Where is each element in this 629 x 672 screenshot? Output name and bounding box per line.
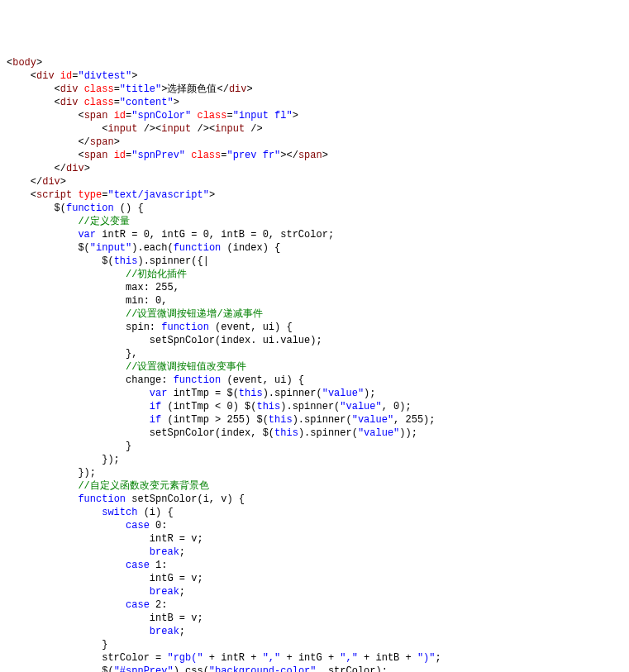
code-token: > (114, 136, 120, 148)
code-token: </ (55, 163, 66, 174)
code-token: ; (179, 586, 185, 598)
code-token: > (280, 150, 286, 161)
code-token: intB = v; (150, 612, 203, 624)
code-token: script (36, 189, 72, 201)
code-token: div (60, 97, 79, 108)
code-token: case (126, 560, 150, 571)
code-token: (index) { (221, 242, 280, 254)
code-token (7, 480, 78, 492)
code-token: change: (126, 374, 174, 386)
code-token: case (126, 599, 150, 611)
code-token: < (55, 83, 60, 95)
code-token: < (31, 70, 36, 82)
code-token: class (197, 110, 226, 122)
code-line: break; (7, 585, 622, 598)
code-line: <div id="divtest"> (7, 69, 622, 83)
code-token: ; (179, 626, 185, 637)
code-line: strColor = "rgb(" + intR + "," + intG + … (7, 651, 622, 665)
code-token: "title" (120, 83, 161, 95)
code-token: //初始化插件 (126, 269, 187, 280)
code-token: 2: (150, 599, 168, 611)
code-token (7, 414, 150, 426)
code-token: ).spinner( (263, 388, 322, 399)
code-token: (event, ui) { (221, 374, 304, 386)
code-token: min: 0, (126, 295, 167, 307)
code-token: $( (102, 665, 113, 672)
code-token: ); (364, 388, 375, 399)
code-token (7, 83, 55, 95)
code-token (7, 70, 31, 82)
code-token: class (191, 150, 221, 161)
code-token: "text/javascript" (107, 189, 208, 201)
code-token (7, 361, 126, 373)
code-token: setSpnColor(index, $( (150, 427, 274, 439)
code-line: //自定义函数改变元素背景色 (7, 479, 622, 493)
code-token (7, 546, 150, 558)
code-token: , 255); (393, 414, 435, 426)
code-token (7, 493, 78, 505)
code-line: case 1: (7, 559, 622, 572)
code-token: var (78, 229, 96, 241)
code-token (7, 308, 126, 320)
code-token: "divtest" (78, 70, 131, 82)
code-token: ")" (417, 652, 436, 664)
code-line: change: function (event, ui) { (7, 374, 622, 387)
code-token: > (209, 189, 215, 201)
code-token: </ (217, 83, 228, 95)
code-token: "," (263, 652, 281, 664)
code-token: break (150, 586, 179, 598)
code-token (7, 229, 78, 241)
code-token: , 0); (382, 401, 412, 412)
code-token (7, 388, 150, 399)
code-token: > (293, 110, 298, 122)
code-token: spin: (126, 322, 161, 333)
code-token: div (42, 176, 60, 188)
code-token: = (114, 97, 120, 108)
code-token: $( (102, 255, 113, 267)
code-token: this (269, 414, 293, 426)
code-token: ; (436, 652, 441, 664)
code-token: class (84, 97, 114, 108)
code-token: > (246, 83, 252, 95)
code-token (7, 176, 31, 188)
code-line: switch (i) { (7, 506, 622, 519)
code-line: case 2: (7, 598, 622, 612)
code-token: + intG + (280, 652, 340, 664)
code-token (7, 626, 150, 637)
code-token (7, 441, 126, 452)
code-token (7, 203, 55, 214)
code-line: var intTmp = $(this).spinner("value"); (7, 387, 622, 400)
code-token: intTmp = $( (167, 388, 238, 399)
code-token: < (78, 150, 83, 161)
code-token (107, 150, 113, 161)
code-token: < (78, 110, 83, 122)
code-token (7, 282, 126, 293)
code-token (7, 427, 150, 439)
code-line: intB = v; (7, 612, 622, 625)
code-token: 1: (150, 560, 168, 571)
code-token: case (126, 520, 150, 531)
code-token: setSpnColor(index. ui.value); (150, 335, 322, 346)
code-line: $("#spnPrev").css("background-color", st… (7, 665, 622, 672)
code-line: <div class="content"> (7, 96, 622, 109)
code-line: }); (7, 453, 622, 466)
code-token: "value" (358, 427, 399, 439)
code-token: "content" (120, 97, 174, 108)
code-token: /> (137, 123, 155, 135)
code-token (7, 467, 78, 479)
code-line: break; (7, 546, 622, 559)
code-token: div (66, 163, 84, 174)
code-token: var (150, 388, 168, 399)
code-token: , strColor); (316, 665, 387, 672)
code-token: (intTmp > 255) $( (161, 414, 269, 426)
code-token (7, 374, 126, 386)
code-token: div (229, 83, 247, 95)
code-token (7, 612, 150, 624)
code-line: <input /><input /><input /> (7, 122, 622, 136)
code-token: intR = 0, intG = 0, intB = 0, strColor; (96, 229, 334, 241)
code-token: //定义变量 (78, 216, 129, 227)
code-token (7, 269, 126, 280)
code-line: }); (7, 466, 622, 479)
code-token: this (239, 388, 263, 399)
code-token (7, 163, 55, 174)
